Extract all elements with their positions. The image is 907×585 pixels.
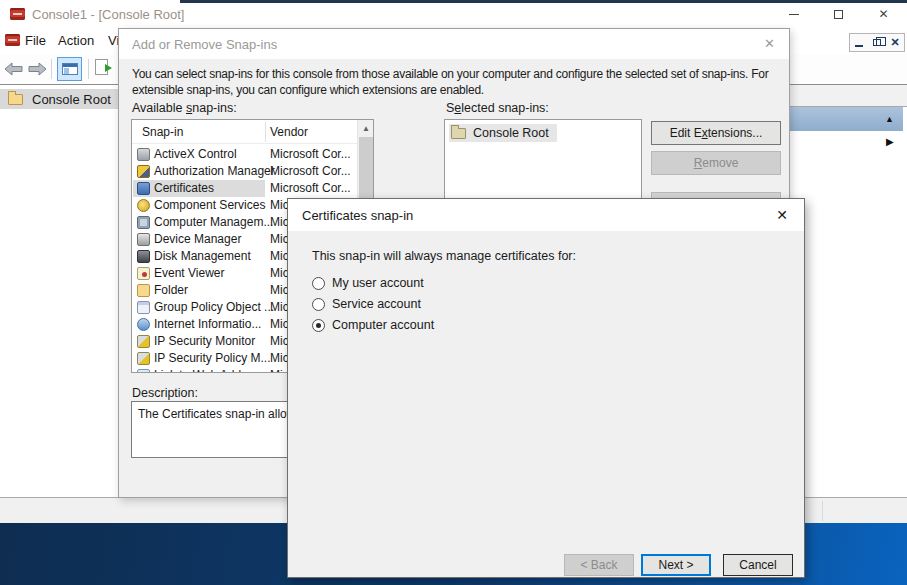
actions-pane-header[interactable]: ▲ <box>790 107 903 131</box>
toolbar-separator <box>88 59 89 79</box>
dialog-title-bar[interactable]: Add or Remove Snap-ins ✕ <box>119 29 789 59</box>
description-label: Description: <box>132 386 198 400</box>
close-icon[interactable]: ✕ <box>776 207 788 223</box>
snapin-name: ActiveX Control <box>154 147 237 161</box>
event-viewer-icon <box>137 267 150 280</box>
scrollbar-thumb[interactable] <box>359 137 373 199</box>
activex-icon <box>137 148 150 161</box>
folder-icon <box>8 94 23 105</box>
close-button[interactable]: ✕ <box>861 0 906 28</box>
forward-button[interactable] <box>28 62 47 76</box>
toolbar-separator <box>51 59 52 79</box>
collapse-chevron-icon[interactable]: ▲ <box>885 114 903 124</box>
snapin-name: Computer Managem... <box>154 215 273 229</box>
list-column-headers: Snap-in Vendor <box>132 120 357 144</box>
certificates-snapin-dialog: Certificates snap-in ✕ This snap-in will… <box>287 198 805 578</box>
folder-icon <box>137 284 150 297</box>
ip-security-monitor-icon <box>137 335 150 348</box>
snapin-name: Folder <box>154 283 188 297</box>
table-row[interactable]: ActiveX ControlMicrosoft Cor... <box>132 146 357 163</box>
export-list-button[interactable] <box>95 59 108 75</box>
table-row-certificates[interactable]: CertificatesMicrosoft Cor... <box>132 180 357 197</box>
snapin-name: Device Manager <box>154 232 241 246</box>
next-button[interactable]: Next > <box>641 554 711 576</box>
computer-management-icon <box>137 216 150 229</box>
snapin-vendor: Microsoft Cor... <box>270 181 351 195</box>
snapin-name: Component Services <box>154 198 265 212</box>
more-actions-arrow-icon[interactable]: ▶ <box>886 136 894 147</box>
list-item-console-root[interactable]: Console Root <box>449 124 557 142</box>
remove-button[interactable]: Remove <box>651 151 781 175</box>
menu-item-action[interactable]: Action <box>55 33 97 48</box>
table-row[interactable]: Authorization ManagerMicrosoft Cor... <box>132 163 357 180</box>
maximize-icon <box>834 10 843 19</box>
minimize-button[interactable] <box>771 0 816 28</box>
internet-information-icon <box>137 318 150 331</box>
device-manager-icon <box>137 233 150 246</box>
snapin-name: Group Policy Object ... <box>154 300 274 314</box>
back-arrow-icon <box>4 62 23 76</box>
certificates-icon <box>137 182 150 195</box>
mmc-app-icon <box>10 8 25 20</box>
snapin-name: IP Security Policy M... <box>154 351 270 365</box>
snapin-vendor: Microsoft Cor... <box>270 164 351 178</box>
minimize-icon <box>789 14 799 15</box>
intro-text-line2: extensible snap-ins, you can configure w… <box>132 83 484 97</box>
list-item-label: Console Root <box>473 126 549 140</box>
radio-icon[interactable] <box>312 298 325 311</box>
tree-item-label: Console Root <box>32 92 111 107</box>
snapin-vendor: Microsoft Cor... <box>270 147 351 161</box>
column-divider[interactable] <box>265 122 266 142</box>
scroll-up-icon[interactable]: ▲ <box>358 120 374 136</box>
child-window-controls: ✕ <box>849 33 905 52</box>
cancel-button[interactable]: Cancel <box>723 554 793 576</box>
disk-management-icon <box>137 250 150 263</box>
authorization-manager-icon <box>137 165 150 178</box>
desktop-background: Console1 - [Console Root] ✕ File Action … <box>0 0 907 585</box>
snapin-name: Authorization Manager <box>154 164 275 178</box>
close-icon[interactable]: ✕ <box>764 36 775 51</box>
child-close-button[interactable]: ✕ <box>886 34 904 51</box>
radio-label: Computer account <box>332 318 434 332</box>
dialog-title-bar[interactable]: Certificates snap-in ✕ <box>288 199 804 231</box>
result-pane-header <box>790 85 907 106</box>
link-to-web-icon <box>137 369 150 372</box>
description-text: The Certificates snap-in allows y <box>138 407 311 421</box>
menu-item-file[interactable]: File <box>22 33 49 48</box>
available-snapins-label: Available snap-ins: <box>132 101 237 115</box>
back-button[interactable] <box>4 62 23 76</box>
mmc-child-icon <box>5 34 20 46</box>
export-list-icon <box>95 59 108 75</box>
radio-option-computer-account[interactable]: Computer account <box>312 317 434 333</box>
radio-option-my-user-account[interactable]: My user account <box>312 275 424 291</box>
snapin-name: Link to Web Addre... <box>154 368 262 372</box>
window-title-bar[interactable]: Console1 - [Console Root] ✕ <box>0 0 907 28</box>
status-bar-divider <box>822 501 823 521</box>
column-header-vendor[interactable]: Vendor <box>270 125 308 139</box>
show-hide-console-tree-button[interactable] <box>57 57 82 81</box>
snapin-name: Disk Management <box>154 249 251 263</box>
back-button[interactable]: < Back <box>564 554 634 576</box>
minimize-icon <box>855 45 863 47</box>
dialog-title: Certificates snap-in <box>302 208 413 223</box>
snapin-name: Internet Informatio... <box>154 317 261 331</box>
maximize-button[interactable] <box>816 0 861 28</box>
window-top-edge <box>180 0 907 3</box>
dialog-title: Add or Remove Snap-ins <box>132 37 277 52</box>
column-header-snapin[interactable]: Snap-in <box>142 125 183 139</box>
folder-icon <box>451 128 466 139</box>
radio-option-service-account[interactable]: Service account <box>312 296 421 312</box>
ip-security-policy-icon <box>137 352 150 365</box>
radio-label: My user account <box>332 276 424 290</box>
edit-extensions-button[interactable]: Edit Extensions... <box>651 121 781 145</box>
child-minimize-button[interactable] <box>850 34 868 51</box>
radio-icon[interactable] <box>312 319 325 332</box>
tree-item-console-root[interactable]: Console Root <box>0 89 118 109</box>
window-title: Console1 - [Console Root] <box>32 7 184 22</box>
child-restore-button[interactable] <box>868 34 886 51</box>
snapin-name: IP Security Monitor <box>154 334 255 348</box>
selected-snapins-label: Selected snap-ins: <box>446 101 549 115</box>
radio-icon[interactable] <box>312 277 325 290</box>
console-tree-panel: Console Root <box>0 85 118 497</box>
snapin-name: Event Viewer <box>154 266 224 280</box>
